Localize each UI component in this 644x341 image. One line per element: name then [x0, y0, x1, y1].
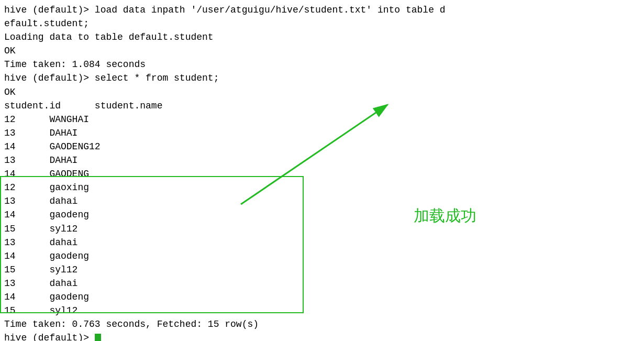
line-12: 13 DAHAI — [4, 153, 640, 167]
line-21: 13 dahai — [4, 277, 640, 290]
success-label: 加载成功 — [414, 204, 476, 227]
line-1: hive (default)> load data inpath '/user/… — [4, 3, 640, 17]
line-3: Loading data to table default.student — [4, 30, 640, 44]
terminal: hive (default)> load data inpath '/user/… — [0, 0, 644, 341]
line-24: Time taken: 0.763 seconds, Fetched: 15 r… — [4, 317, 640, 331]
line-25: hive (default)> — [4, 331, 640, 341]
line-10: 13 DAHAI — [4, 126, 640, 140]
line-17: 15 syl12 — [4, 222, 640, 236]
line-2: efault.student; — [4, 17, 640, 30]
line-15: 13 dahai — [4, 194, 640, 208]
line-9: 12 WANGHAI — [4, 113, 640, 126]
cursor — [95, 334, 101, 341]
line-16: 14 gaodeng — [4, 208, 640, 222]
line-4: OK — [4, 44, 640, 58]
line-22: 14 gaodeng — [4, 290, 640, 304]
line-6: hive (default)> select * from student; — [4, 71, 640, 85]
line-23: 15 syl12 — [4, 304, 640, 317]
line-14: 12 gaoxing — [4, 181, 640, 194]
line-5: Time taken: 1.084 seconds — [4, 58, 640, 71]
line-20: 15 syl12 — [4, 263, 640, 277]
line-13: 14 GAODENG — [4, 167, 640, 181]
line-7: OK — [4, 85, 640, 99]
line-18: 13 dahai — [4, 236, 640, 249]
line-8: student.id student.name — [4, 99, 640, 113]
line-11: 14 GAODENG12 — [4, 140, 640, 153]
line-19: 14 gaodeng — [4, 249, 640, 263]
